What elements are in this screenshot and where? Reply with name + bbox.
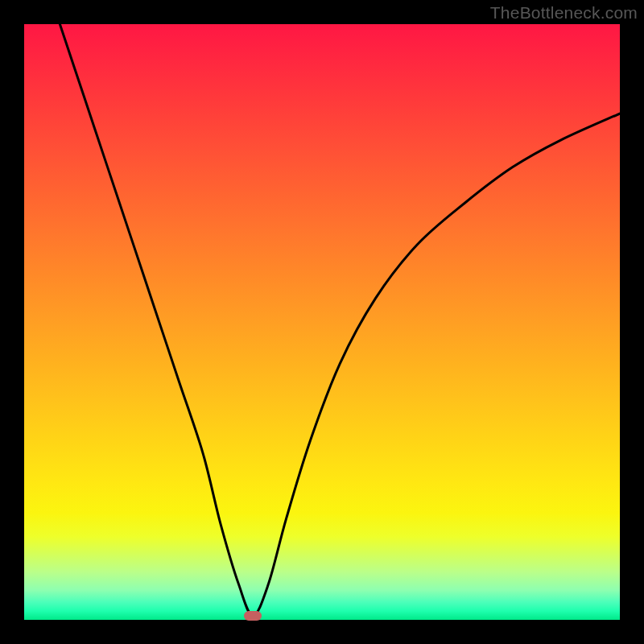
watermark-text: TheBottleneck.com <box>490 3 638 23</box>
optimal-point-marker <box>244 611 262 621</box>
bottleneck-curve <box>24 24 620 620</box>
plot-area <box>24 24 620 620</box>
chart-frame: TheBottleneck.com <box>0 0 644 644</box>
